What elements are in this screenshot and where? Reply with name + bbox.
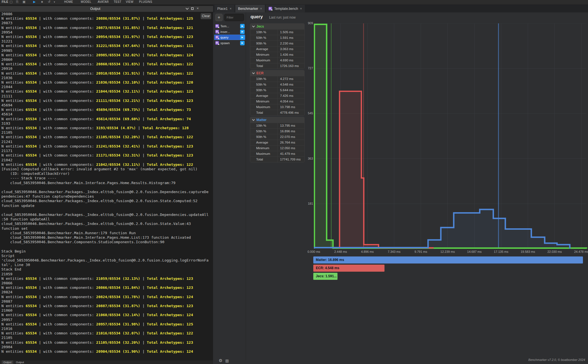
save-icon[interactable]: ▣ bbox=[23, 0, 25, 4]
filter-input[interactable] bbox=[224, 14, 244, 21]
y-tick-label: 181 bbox=[304, 202, 313, 205]
stats-row-value: 1726.163 ms bbox=[278, 63, 304, 69]
stats-section-header[interactable]: Matter bbox=[250, 117, 304, 123]
add-benchmark-button[interactable]: + bbox=[215, 14, 223, 21]
menu-item-model[interactable]: MODEL bbox=[81, 0, 91, 3]
benchmark-item-inser[interactable]: inser...▶ bbox=[214, 29, 245, 34]
play-icon[interactable]: ▶ bbox=[33, 0, 35, 4]
stats-row: 50th %4.548 ms bbox=[250, 82, 304, 87]
benchmark-item-query[interactable]: query▶ bbox=[214, 35, 245, 40]
bottom-tab-output[interactable]: Output bbox=[14, 360, 26, 364]
tab-close-icon[interactable]: × bbox=[300, 7, 302, 11]
menu-item-test[interactable]: TEST bbox=[114, 0, 121, 3]
stats-row: Average3.063 ms bbox=[250, 46, 304, 52]
script-icon bbox=[215, 35, 219, 39]
stats-row-label: Maximum bbox=[250, 104, 278, 110]
log-line: cloud_5853950046.Benchmarker.Main.Interf… bbox=[1, 181, 213, 185]
menu-item-view[interactable]: VIEW bbox=[126, 0, 133, 3]
menu-item-avatar[interactable]: AVATAR bbox=[98, 0, 109, 3]
menu-item-plugins[interactable]: PLUGINS bbox=[139, 0, 152, 3]
tab-close-icon[interactable]: × bbox=[230, 7, 232, 11]
histogram-chart bbox=[314, 23, 588, 250]
log-line: N entities 65534 | with common component… bbox=[1, 16, 213, 21]
tab-close-icon[interactable]: × bbox=[260, 7, 262, 11]
log-line: 20887 bbox=[1, 299, 213, 304]
tab-place1[interactable]: Place1× bbox=[214, 5, 234, 12]
log-line: N entities 65534 | with common component… bbox=[1, 340, 213, 345]
run-benchmark-button[interactable]: ▶ bbox=[240, 24, 245, 28]
log-line: N entities 65534 | with common component… bbox=[1, 80, 213, 85]
benchmark-item-label: spawn bbox=[220, 41, 230, 45]
file-menu[interactable]: FILE bbox=[2, 0, 8, 3]
float-window-icon[interactable] bbox=[191, 7, 194, 10]
output-toggle-icon[interactable]: ▤ bbox=[225, 359, 229, 363]
log-line: 21105 bbox=[1, 130, 213, 135]
log-line: 20957 bbox=[1, 318, 213, 322]
stats-section-header[interactable]: ECR bbox=[250, 70, 304, 76]
stats-section-header[interactable]: Jecs bbox=[250, 24, 304, 29]
collapse-chevron-icon[interactable] bbox=[186, 6, 189, 10]
clear-output-button[interactable]: Clear bbox=[201, 13, 211, 19]
log-line: [Fusion] Computed callback error: invali… bbox=[1, 167, 213, 171]
stats-section-name: Matter bbox=[256, 118, 267, 122]
log-line: 21059 bbox=[1, 272, 213, 276]
stats-row: Minimum12.050 ms bbox=[250, 145, 304, 151]
log-line: N entities 65534 | with common component… bbox=[1, 26, 213, 30]
new-file-icon[interactable]: ▢ bbox=[10, 0, 12, 4]
log-line: function update bbox=[1, 204, 213, 208]
log-line: cloud_5853950046.Benchmarker.Packages._I… bbox=[1, 213, 213, 217]
script-icon bbox=[215, 30, 219, 34]
output-panel-header[interactable]: Output × bbox=[0, 6, 213, 12]
log-line: N entities 65534 | with common component… bbox=[1, 89, 213, 94]
log-line: N entities 65534 | with common component… bbox=[1, 276, 213, 281]
x-tick-label: 22.030 ms bbox=[543, 250, 566, 253]
tab-template-bench[interactable]: Template.bench× bbox=[266, 5, 305, 12]
stats-row-value: 4778.496 ms bbox=[278, 110, 304, 115]
stats-row-label: 50th % bbox=[250, 129, 278, 134]
open-file-icon[interactable]: ⎘ bbox=[16, 0, 19, 4]
legend-bar-matter: Matter: 16.896 ms bbox=[313, 256, 583, 263]
log-line: 20873 bbox=[1, 21, 213, 25]
log-line: 20910 bbox=[1, 66, 213, 71]
log-line: 31221 bbox=[1, 39, 213, 44]
run-benchmark-button[interactable]: ▶ bbox=[240, 30, 245, 34]
log-line: 21111 bbox=[1, 94, 213, 99]
tab-benchmarker[interactable]: Benchmarker× bbox=[235, 5, 265, 12]
undo-icon[interactable]: ↺ bbox=[48, 0, 50, 4]
y-tick-label: 727 bbox=[304, 66, 313, 70]
log-line: ---- Stack trace ---- bbox=[1, 176, 213, 180]
log-line: 20860 bbox=[1, 57, 213, 62]
close-icon[interactable]: × bbox=[196, 7, 199, 10]
stats-row-label: Total bbox=[250, 157, 278, 162]
benchmark-item-label: query bbox=[220, 36, 229, 39]
benchmark-item-spawn[interactable]: spawn▶ bbox=[214, 40, 245, 46]
run-benchmark-button[interactable]: ▶ bbox=[240, 35, 245, 40]
log-line: cloud_5853950046.Benchmarker.Packages._I… bbox=[1, 199, 213, 203]
stats-row-value: 1.591 ms bbox=[278, 35, 304, 41]
bottom-tab-output[interactable]: Output bbox=[2, 360, 13, 364]
log-line: 20954 bbox=[1, 30, 213, 35]
stats-table: Jecs10th %1.505 ms50th %1.591 ms90th %2.… bbox=[250, 23, 305, 164]
log-line: 21060 bbox=[1, 308, 213, 313]
benchmark-item-label: Tem... bbox=[220, 24, 229, 28]
chevron-down-icon bbox=[252, 72, 255, 74]
stats-row-label: Average bbox=[250, 46, 278, 52]
settings-gear-icon[interactable]: ⚙ bbox=[219, 358, 222, 363]
x-tick-label: 0.000 ms bbox=[302, 250, 326, 253]
run-benchmark-button[interactable]: ▶ bbox=[240, 41, 245, 45]
stats-row-value: 1.505 ms bbox=[278, 30, 304, 35]
stats-row: 90th %5.644 ms bbox=[250, 87, 304, 93]
stats-row-label: 10th % bbox=[250, 30, 278, 35]
stats-row-value: 3.063 ms bbox=[278, 46, 304, 52]
output-log[interactable]: 20886N entities 65534 | with common comp… bbox=[1, 12, 213, 359]
redo-dropdown-icon[interactable]: ▾ bbox=[54, 1, 55, 3]
log-line: N entities 65534 | with common component… bbox=[1, 285, 213, 290]
histogram-fill-ecr bbox=[339, 91, 433, 249]
menu-item-home[interactable]: HOME bbox=[64, 0, 73, 3]
stats-row-value: 4.690 ms bbox=[278, 58, 304, 63]
stats-row: 50th %1.591 ms bbox=[250, 35, 304, 41]
stats-row: 90th %22.070 ms bbox=[250, 134, 304, 140]
stop-icon[interactable]: ■ bbox=[41, 0, 43, 3]
log-line: cloud_5853950046.Benchmarker.Main.Interf… bbox=[1, 235, 213, 240]
benchmark-item-Tem[interactable]: Tem...▶ bbox=[214, 23, 245, 29]
